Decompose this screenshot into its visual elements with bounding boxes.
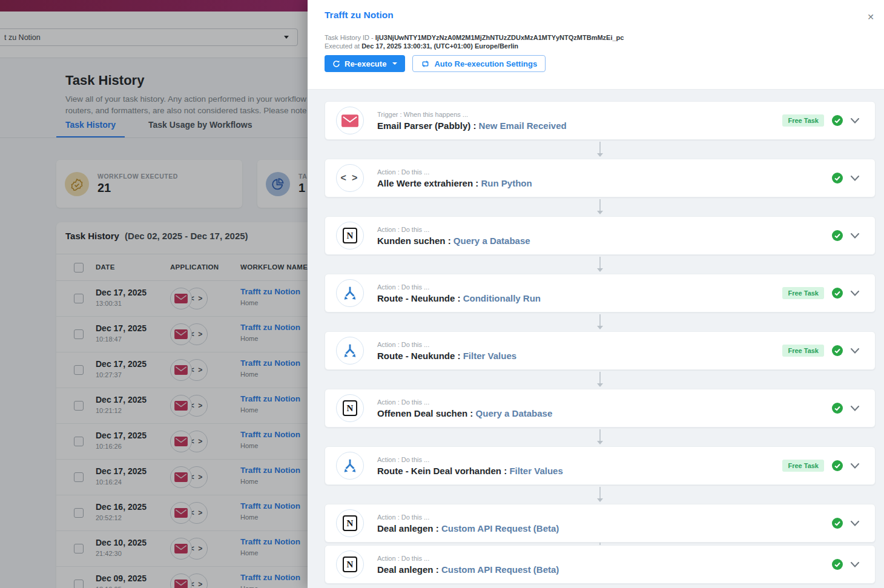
notion-icon: N [336, 222, 364, 249]
step-card[interactable]: < > N Action : Do this ... Offenen Deal … [325, 389, 876, 428]
refresh-icon [332, 60, 340, 68]
chevron-down-icon[interactable] [851, 291, 859, 296]
free-task-badge: Free Task [782, 114, 824, 127]
step-status-group [832, 173, 875, 183]
connector-arrowhead [597, 211, 603, 214]
step-card[interactable]: < > N Action : Do this ... Deal anlegen … [325, 545, 876, 584]
re-execute-label: Re-execute [345, 59, 386, 68]
step-action: Run Python [481, 178, 532, 188]
workflow-step: < > N Action : Do this ... Route - Neuku… [325, 255, 876, 312]
step-action: Conditionally Run [463, 293, 541, 303]
step-card[interactable]: < > N Action : Do this ... Route - Neuku… [325, 274, 876, 312]
executed-at-line: Executed at Dec 17, 2025 13:00:31, (UTC+… [325, 42, 518, 50]
chevron-down-icon[interactable] [851, 348, 859, 354]
free-task-badge: Free Task [782, 287, 824, 299]
step-status-group: Free Task [782, 114, 875, 127]
success-check-icon [832, 559, 843, 570]
chevron-down-icon[interactable] [851, 521, 859, 526]
step-separator: : [446, 236, 454, 246]
step-connector-arrow [325, 370, 876, 389]
free-task-badge: Free Task [782, 460, 824, 472]
chevron-down-icon[interactable] [851, 406, 859, 411]
success-check-icon [832, 230, 843, 241]
chevron-down-icon[interactable] [851, 233, 859, 239]
re-execute-button[interactable]: Re-execute [325, 55, 405, 72]
executed-at-value: Dec 17, 2025 13:00:31, (UTC+01:00) Europ… [361, 42, 518, 50]
step-name: Route - Neukunde [377, 293, 455, 303]
connector-arrowhead [597, 268, 603, 272]
step-kind-label: Action : Do this ... [377, 555, 559, 562]
chevron-down-icon[interactable] [851, 176, 859, 181]
step-separator: : [501, 466, 509, 476]
notion-icon: N [336, 394, 364, 422]
workflow-steps-list: < > N Trigger : When this happens ... Em… [308, 101, 884, 584]
step-text: Action : Do this ... Deal anlegen : Cust… [377, 555, 559, 575]
step-separator: : [470, 121, 478, 131]
close-icon[interactable]: ✕ [863, 10, 878, 24]
step-name: Route - Kein Deal vorhanden [377, 466, 501, 476]
workflow-step: < > N Action : Do this ... Route - Neuku… [325, 312, 876, 370]
task-history-id-value: IjU3NjUwNTY1MDYzNzA0M2M1MjZhNTUzZDUxMzA1… [375, 34, 624, 41]
connector-line [599, 199, 601, 211]
workflow-step: < > N Action : Do this ... Offenen Deal … [325, 370, 876, 428]
step-kind-label: Action : Do this ... [377, 341, 516, 348]
code-icon: < > [336, 164, 364, 192]
auto-re-execution-settings-button[interactable]: Auto Re-execution Settings [412, 55, 546, 72]
step-kind-label: Action : Do this ... [377, 283, 541, 291]
success-check-icon [832, 115, 843, 126]
route-icon [336, 452, 364, 480]
step-separator: : [434, 564, 441, 575]
connector-line [599, 142, 601, 153]
connector-line [599, 314, 601, 326]
step-name: Deal anlegen [377, 523, 434, 533]
free-task-badge: Free Task [782, 345, 824, 357]
task-detail-panel: Trafft zu Notion ✕ Task History ID - IjU… [308, 0, 884, 588]
step-title: Route - Kein Deal vorhanden : Filter Val… [377, 466, 563, 476]
step-connector-arrow [325, 312, 876, 331]
chevron-down-icon[interactable] [851, 463, 859, 469]
executed-at-label: Executed at [325, 42, 361, 50]
connector-line [599, 487, 601, 498]
step-text: Action : Do this ... Route - Kein Deal v… [377, 456, 563, 476]
step-connector-arrow [325, 197, 876, 216]
success-check-icon [832, 518, 843, 529]
task-history-id-label: Task History ID - [325, 34, 375, 41]
step-text: Action : Do this ... Kunden suchen : Que… [377, 226, 530, 246]
step-title: Deal anlegen : Custom API Request (Beta) [377, 523, 559, 533]
success-check-icon [832, 173, 843, 183]
success-check-icon [832, 403, 843, 414]
step-kind-label: Action : Do this ... [377, 398, 552, 406]
step-text: Action : Do this ... Alle Werte extrahie… [377, 168, 532, 188]
step-action: Filter Values [463, 351, 516, 361]
panel-actions: Re-execute Auto Re-execution Settings [325, 55, 546, 72]
step-card[interactable]: < > N Action : Do this ... Route - Neuku… [325, 331, 876, 370]
step-kind-label: Action : Do this ... [377, 456, 563, 463]
step-title: Deal anlegen : Custom API Request (Beta) [377, 564, 559, 575]
step-separator: : [434, 523, 441, 533]
step-name: Kunden suchen [377, 236, 446, 246]
workflow-step: < > N Action : Do this ... Route - Kein … [325, 428, 876, 485]
step-connector-arrow [325, 485, 876, 504]
step-card[interactable]: < > N Action : Do this ... Route - Kein … [325, 446, 876, 485]
step-kind-label: Action : Do this ... [377, 168, 532, 176]
step-name: Route - Neukunde [377, 351, 455, 361]
step-name: Alle Werte extrahieren [377, 178, 473, 188]
step-card[interactable]: < > N Action : Do this ... Deal anlegen … [325, 504, 876, 543]
step-status-group [832, 403, 875, 414]
step-card[interactable]: < > N Trigger : When this happens ... Em… [325, 101, 876, 140]
step-separator: : [455, 293, 463, 303]
workflow-step: < > N Action : Do this ... Deal anlegen … [325, 485, 876, 543]
step-title: Offenen Deal suchen : Query a Database [377, 408, 552, 418]
chevron-down-icon[interactable] [851, 562, 859, 567]
step-status-group [832, 230, 875, 241]
connector-arrowhead [597, 153, 603, 157]
step-title: Kunden suchen : Query a Database [377, 236, 530, 246]
step-card[interactable]: < > N Action : Do this ... Alle Werte ex… [325, 159, 876, 197]
chevron-down-icon[interactable] [851, 118, 859, 124]
step-card[interactable]: < > N Action : Do this ... Kunden suchen… [325, 216, 876, 255]
step-separator: : [467, 408, 475, 418]
step-status-group: Free Task [782, 287, 875, 299]
connector-line [599, 372, 601, 383]
step-action: New Email Received [479, 121, 567, 131]
app-root: 🎉 Get 15% OFF, Exclusive Bonuses, & a fu… [0, 0, 884, 588]
